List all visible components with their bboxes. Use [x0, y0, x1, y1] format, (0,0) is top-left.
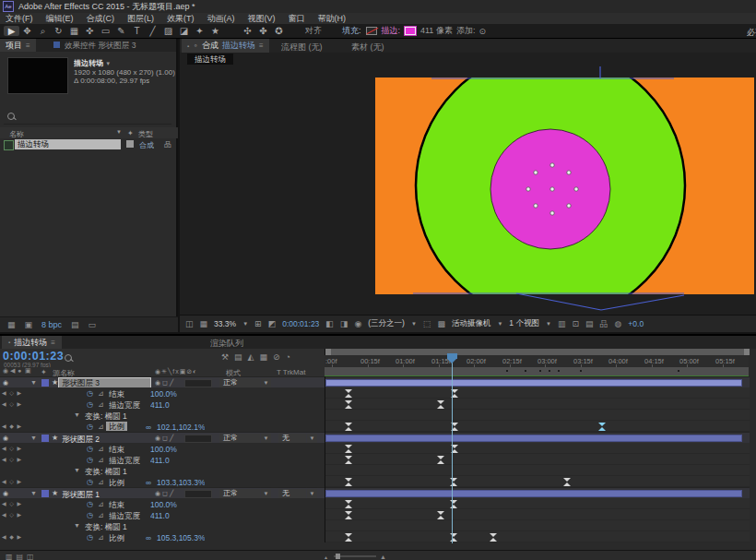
navigator-end-handle[interactable] [744, 349, 750, 355]
keyframe-navigator[interactable]: ◀ ◇ ▶ [2, 511, 22, 518]
expand-arrow-icon[interactable]: ▼ [30, 490, 37, 496]
layer-switches[interactable]: ◉◻╱ [155, 490, 175, 497]
viewer-comp-subtab[interactable]: 描边转场 [187, 54, 233, 65]
region-of-interest-icon[interactable]: ⬚ [423, 319, 431, 328]
search-icon[interactable] [65, 354, 72, 362]
chevron-down-icon[interactable]: ▼ [497, 321, 502, 327]
expand-arrow-icon[interactable]: ▼ [30, 435, 37, 441]
chevron-down-icon[interactable]: ▼ [546, 321, 551, 327]
pan-behind-tool-icon[interactable]: ✜ [82, 26, 98, 36]
tab-composition[interactable]: ▪ ⚬ 合成 描边转场 ≡ [182, 39, 269, 53]
type-tool-icon[interactable]: T [129, 26, 145, 36]
keyframe-icon[interactable] [345, 423, 352, 431]
clone-stamp-tool-icon[interactable]: ▨ [160, 26, 176, 36]
magnification-popup[interactable]: 33.3% [214, 319, 236, 328]
keyframe-icon-selected[interactable] [598, 423, 606, 431]
menu-view[interactable]: 视图(V) [248, 13, 276, 24]
graph-icon[interactable]: ⊿ [98, 533, 104, 542]
layer-switches[interactable]: ◉◻╱ [155, 379, 175, 387]
property-row[interactable]: ◀ ◇ ▶ ◷ ⊿ 结束 100.0% [0, 387, 325, 399]
property-value[interactable]: 411.0 [150, 511, 170, 520]
property-group-row[interactable]: ▼ 变换: 椭圆 1 [0, 465, 325, 476]
menu-help[interactable]: 帮助(H) [318, 13, 347, 24]
menu-composition[interactable]: 合成(C) [87, 13, 115, 24]
selection-tool-icon[interactable]: ▶ [4, 26, 19, 36]
new-folder-icon[interactable]: ▣ [25, 320, 33, 329]
stopwatch-icon[interactable]: ◷ [87, 500, 93, 508]
roto-brush-tool-icon[interactable]: ✦ [192, 26, 207, 36]
property-row[interactable]: ◀ ◇ ▶ ◷ ⊿ 结束 100.0% [0, 443, 325, 454]
property-name-selected[interactable]: 比例 [106, 422, 127, 431]
keyframe-icon[interactable] [437, 400, 444, 409]
zoom-out-icon[interactable]: ▴ [325, 554, 327, 560]
snapshot-icon[interactable]: ◧ [325, 319, 334, 328]
composition-canvas[interactable] [181, 66, 756, 315]
project-search-field[interactable] [4, 113, 171, 125]
graph-icon[interactable]: ⊿ [98, 456, 104, 464]
property-value[interactable]: 411.0 [150, 400, 170, 410]
graph-icon[interactable]: ⊿ [98, 400, 104, 409]
view-axis-mode-icon[interactable]: ✪ [271, 26, 287, 36]
panel-menu-icon[interactable]: ≡ [51, 339, 55, 347]
local-axis-mode-icon[interactable]: ✣ [240, 26, 255, 36]
layer-switches[interactable]: ◉◻╱ [155, 435, 175, 442]
new-composition-icon[interactable]: ▤ [71, 320, 79, 329]
resolution-popup[interactable]: (三分之一) [368, 318, 405, 329]
show-snapshot-icon[interactable]: ◨ [340, 319, 348, 328]
pixel-aspect-icon[interactable]: ▥ [558, 319, 566, 328]
stopwatch-icon[interactable]: ◷ [87, 511, 93, 519]
time-ruler[interactable]: :00f 00:15f 01:00f 01:15f 02:00f 02:15f … [325, 355, 749, 368]
layer-row[interactable]: ◉ ▼ ★ 形状图层 2 ◉◻╱ 正常 ▼ 无 ▼ [0, 432, 325, 443]
menu-file[interactable]: 文件(F) [6, 13, 33, 24]
keyframe-icon[interactable] [437, 511, 444, 519]
blend-mode-dropdown[interactable]: 正常 [219, 489, 260, 498]
property-value[interactable]: 100.0% [150, 445, 177, 454]
property-value[interactable]: 103.3,103.3% [157, 478, 205, 487]
playhead-marker[interactable] [447, 353, 457, 363]
expand-arrow-icon[interactable]: ▼ [74, 467, 80, 473]
label-color-chip[interactable] [126, 140, 134, 148]
lock-icon[interactable]: ⚬ [193, 42, 198, 50]
expand-arrow-icon[interactable]: ▼ [74, 411, 80, 418]
delete-icon[interactable]: ▭ [89, 320, 97, 329]
stopwatch-icon[interactable]: ◷ [87, 389, 93, 398]
composition-name[interactable]: 描边转场 ▼ [74, 58, 111, 68]
menu-effect[interactable]: 效果(T) [167, 13, 195, 24]
keyframe-navigator[interactable]: ◀ ◇ ▶ [2, 389, 22, 396]
workspace-label[interactable]: 必要 [747, 27, 756, 39]
keyframe-icon[interactable] [345, 400, 352, 409]
keyframe-navigator[interactable]: ◀ ◇ ▶ [2, 500, 22, 506]
add-label[interactable]: 添加: [456, 25, 476, 37]
puppet-pin-tool-icon[interactable]: ★ [207, 26, 223, 36]
property-value[interactable]: 411.0 [150, 456, 170, 465]
property-row[interactable]: ◀ ◆ ▶ ◷ ⊿ 比例 ∞ 102.1,102.1% [0, 421, 325, 432]
keyframe-navigator[interactable]: ◀ ◆ ▶ [2, 533, 22, 540]
keyframe-icon[interactable] [345, 500, 352, 508]
expand-arrow-icon[interactable]: ▼ [30, 379, 37, 386]
keyframe-navigator[interactable]: ◀ ◇ ▶ [2, 445, 22, 451]
interpret-footage-icon[interactable]: ▦ [7, 320, 16, 329]
pen-tool-icon[interactable]: ✎ [113, 26, 129, 36]
panel-menu-icon[interactable]: ≡ [259, 42, 264, 50]
flowchart-button-icon[interactable]: 品 [599, 318, 608, 330]
eye-icon[interactable]: ◉ [3, 490, 8, 497]
column-type[interactable]: 类型 [138, 129, 153, 138]
stopwatch-icon[interactable]: ◷ [87, 478, 93, 486]
shape-tool-icon[interactable]: ▭ [98, 26, 113, 36]
timeline-toggle-icons[interactable]: ▥▤◫ [6, 553, 38, 560]
column-trkmat[interactable]: T TrkMat [277, 368, 305, 376]
trkmat-dropdown[interactable]: 无 [278, 489, 306, 498]
panel-menu-icon[interactable]: ≡ [26, 42, 30, 50]
keyframe-navigator[interactable]: ◀ ◇ ▶ [2, 478, 22, 484]
keyframe-icon[interactable] [345, 511, 352, 519]
timeline-keyframe-area[interactable] [325, 376, 750, 542]
mask-visibility-icon[interactable]: ◩ [268, 319, 277, 328]
sort-caret-icon[interactable]: ▼ [116, 129, 122, 135]
keyframe-navigator[interactable]: ◀ ◇ ▶ [2, 456, 22, 462]
chevron-down-icon[interactable]: ▼ [307, 489, 317, 498]
menu-animation[interactable]: 动画(A) [207, 13, 235, 24]
channels-icon[interactable]: ◉ [354, 319, 361, 328]
chevron-down-icon[interactable]: ▼ [261, 378, 271, 387]
stroke-width-value[interactable]: 411 像素 [420, 25, 453, 37]
zoom-slider-knob[interactable] [336, 554, 340, 559]
